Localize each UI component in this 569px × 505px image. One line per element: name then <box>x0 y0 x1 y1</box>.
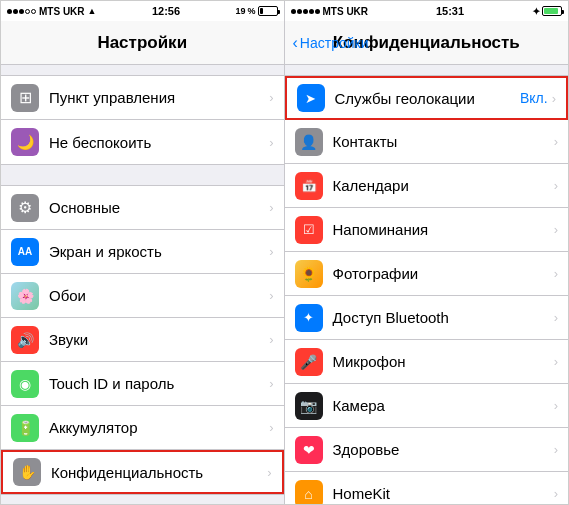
battery-fill <box>260 8 263 14</box>
left-nav-title: Настройки <box>97 33 187 53</box>
chevron-icon: › <box>554 398 558 413</box>
do-not-disturb-icon: 🌙 <box>11 128 39 156</box>
touchid-icon: ◉ <box>11 370 39 398</box>
section-1: ⊞ Пункт управления › 🌙 Не беспокоить › <box>1 75 284 165</box>
control-center-label: Пункт управления <box>49 89 269 106</box>
calendars-icon: 📅 <box>295 172 323 200</box>
do-not-disturb-label: Не беспокоить <box>49 134 269 151</box>
row-touchid[interactable]: ◉ Touch ID и пароль › <box>1 362 284 406</box>
row-contacts[interactable]: 👤 Контакты › <box>285 120 569 164</box>
row-bluetooth[interactable]: ✦ Доступ Bluetooth › <box>285 296 569 340</box>
nav-back-button[interactable]: ‹ Настройки <box>293 34 369 52</box>
contacts-label: Контакты <box>333 133 554 150</box>
row-location[interactable]: ➤ Службы геолокации Вкл. › <box>285 76 569 120</box>
left-status-bar: MTS UKR ▲ 12:56 19 % <box>1 1 284 21</box>
chevron-icon: › <box>554 442 558 457</box>
row-sounds[interactable]: 🔊 Звуки › <box>1 318 284 362</box>
section-2: ⚙ Основные › AA Экран и яркость › 🌸 Обои… <box>1 185 284 495</box>
health-label: Здоровье <box>333 441 554 458</box>
photos-label: Фотографии <box>333 265 554 282</box>
right-battery-icon <box>542 6 562 16</box>
row-microphone[interactable]: 🎤 Микрофон › <box>285 340 569 384</box>
left-nav-bar: Настройки <box>1 21 284 65</box>
bluetooth-icon: ✦ <box>295 304 323 332</box>
signal-icon <box>7 9 36 14</box>
privacy-icon: ✋ <box>13 458 41 486</box>
touchid-label: Touch ID и пароль <box>49 375 269 392</box>
battery-label: Аккумулятор <box>49 419 269 436</box>
display-icon: AA <box>11 238 39 266</box>
carrier-label: MTS UKR <box>39 6 85 17</box>
bluetooth-label: Доступ Bluetooth <box>333 309 554 326</box>
left-phone-panel: MTS UKR ▲ 12:56 19 % Настройки ⊞ Пункт у… <box>1 1 285 505</box>
nav-back-label: Настройки <box>300 35 369 51</box>
chevron-icon: › <box>554 310 558 325</box>
left-settings-list[interactable]: ⊞ Пункт управления › 🌙 Не беспокоить › ⚙… <box>1 65 284 505</box>
right-battery-fill <box>544 8 558 14</box>
location-value: Вкл. <box>520 90 548 106</box>
chevron-icon: › <box>269 200 273 215</box>
right-section-bg: ➤ Службы геолокации Вкл. › 👤 Контакты › … <box>285 75 569 505</box>
calendars-label: Календари <box>333 177 554 194</box>
contacts-icon: 👤 <box>295 128 323 156</box>
microphone-label: Микрофон <box>333 353 554 370</box>
battery-icon <box>258 6 278 16</box>
back-chevron-icon: ‹ <box>293 34 298 52</box>
chevron-icon: › <box>269 90 273 105</box>
chevron-icon: › <box>267 465 271 480</box>
location-label: Службы геолокации <box>335 90 520 107</box>
battery-pct-label: 19 <box>235 6 245 16</box>
chevron-icon: › <box>269 288 273 303</box>
chevron-icon: › <box>269 332 273 347</box>
chevron-icon: › <box>554 222 558 237</box>
health-icon: ❤ <box>295 436 323 464</box>
microphone-icon: 🎤 <box>295 348 323 376</box>
section-2-bg: ⚙ Основные › AA Экран и яркость › 🌸 Обои… <box>1 185 284 495</box>
right-carrier-label: MTS UKR <box>323 6 369 17</box>
privacy-label: Конфиденциальность <box>51 464 267 481</box>
photos-icon: 🌻 <box>295 260 323 288</box>
bluetooth-status-icon: ✦ <box>532 6 540 17</box>
chevron-icon: › <box>554 266 558 281</box>
row-photos[interactable]: 🌻 Фотографии › <box>285 252 569 296</box>
general-label: Основные <box>49 199 269 216</box>
left-status-left: MTS UKR ▲ <box>7 6 96 17</box>
left-time: 12:56 <box>152 5 180 17</box>
chevron-icon: › <box>269 420 273 435</box>
control-center-icon: ⊞ <box>11 84 39 112</box>
right-status-left: MTS UKR <box>291 6 369 17</box>
reminders-icon: ☑ <box>295 216 323 244</box>
battery-row-icon: 🔋 <box>11 414 39 442</box>
row-camera[interactable]: 📷 Камера › <box>285 384 569 428</box>
row-display[interactable]: AA Экран и яркость › <box>1 230 284 274</box>
homekit-icon: ⌂ <box>295 480 323 506</box>
chevron-icon: › <box>269 135 273 150</box>
row-battery[interactable]: 🔋 Аккумулятор › <box>1 406 284 450</box>
chevron-icon: › <box>554 178 558 193</box>
chevron-icon: › <box>552 91 556 106</box>
display-label: Экран и яркость <box>49 243 269 260</box>
row-do-not-disturb[interactable]: 🌙 Не беспокоить › <box>1 120 284 164</box>
right-status-right: ✦ <box>532 6 562 17</box>
location-icon: ➤ <box>297 84 325 112</box>
reminders-label: Напоминания <box>333 221 554 238</box>
row-health[interactable]: ❤ Здоровье › <box>285 428 569 472</box>
right-settings-list[interactable]: ➤ Службы геолокации Вкл. › 👤 Контакты › … <box>285 65 569 505</box>
row-homekit[interactable]: ⌂ HomeKit › <box>285 472 569 505</box>
chevron-icon: › <box>269 244 273 259</box>
right-nav-bar: ‹ Настройки Конфиденциальность <box>285 21 569 65</box>
wifi-icon: ▲ <box>88 6 97 16</box>
chevron-icon: › <box>269 376 273 391</box>
right-phone-panel: MTS UKR 15:31 ✦ ‹ Настройки Конфиденциал… <box>285 1 569 505</box>
section-1-bg: ⊞ Пункт управления › 🌙 Не беспокоить › <box>1 75 284 165</box>
wallpaper-icon: 🌸 <box>11 282 39 310</box>
row-general[interactable]: ⚙ Основные › <box>1 186 284 230</box>
row-privacy[interactable]: ✋ Конфиденциальность › <box>1 450 284 494</box>
row-reminders[interactable]: ☑ Напоминания › <box>285 208 569 252</box>
right-status-bar: MTS UKR 15:31 ✦ <box>285 1 569 21</box>
wallpaper-label: Обои <box>49 287 269 304</box>
row-control-center[interactable]: ⊞ Пункт управления › <box>1 76 284 120</box>
right-section: ➤ Службы геолокации Вкл. › 👤 Контакты › … <box>285 75 569 505</box>
row-calendars[interactable]: 📅 Календари › <box>285 164 569 208</box>
row-wallpaper[interactable]: 🌸 Обои › <box>1 274 284 318</box>
